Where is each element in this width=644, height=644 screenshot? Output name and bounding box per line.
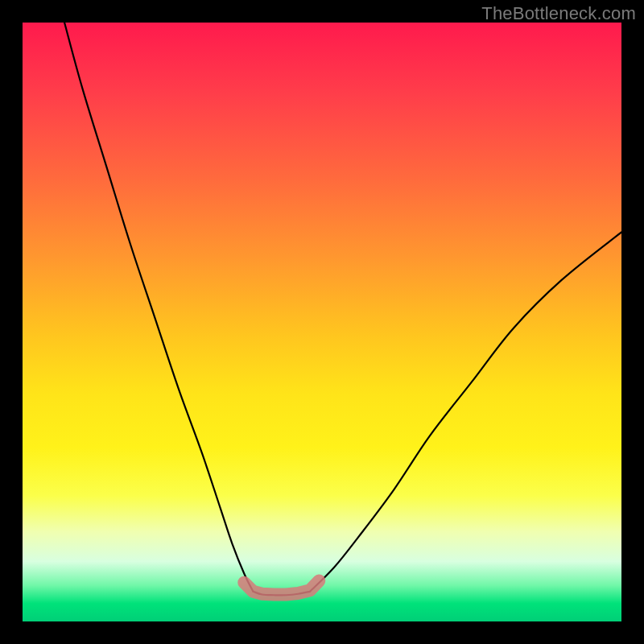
watermark-text: TheBottleneck.com — [481, 3, 636, 24]
curve-left-branch — [64, 23, 253, 592]
curve-layer — [23, 23, 621, 621]
valley-markers — [244, 580, 319, 594]
plot-area — [23, 23, 621, 621]
chart-frame: TheBottleneck.com — [0, 0, 644, 644]
curve-right-branch — [310, 232, 621, 591]
